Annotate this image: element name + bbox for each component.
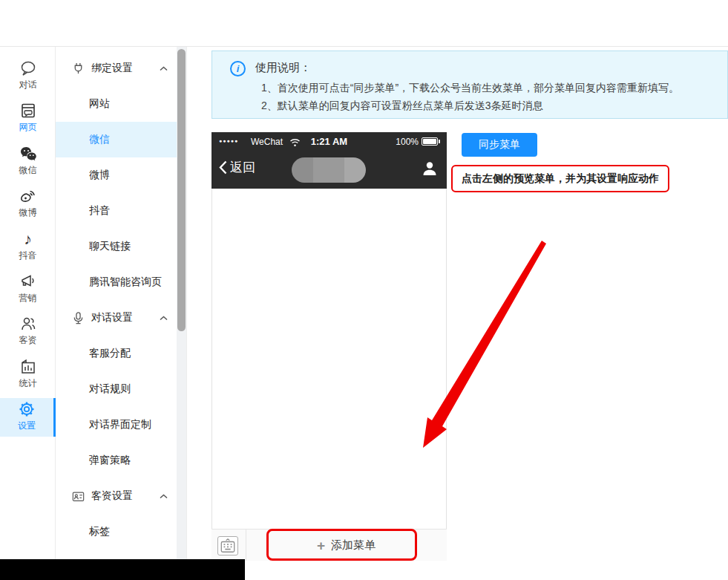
wechat-phone-preview: ●●●●● WeChat 1:21 AM 100% 返回 [211, 132, 447, 561]
sidebar-item-wechat[interactable]: 微信 [56, 122, 186, 157]
sidebar-item-popup-strategy[interactable]: 弹窗策略 [56, 443, 186, 478]
redaction-bar [0, 559, 245, 580]
settings-sidebar: 绑定设置 网站 微信 微博 抖音 聊天链接 腾讯智能咨询页 对话设置 客服分配 … [56, 47, 187, 580]
sidebar-scrollbar-thumb[interactable] [177, 49, 186, 331]
weibo-icon [0, 187, 56, 205]
battery-icon [422, 137, 438, 146]
plus-icon: + [317, 538, 325, 553]
megaphone-icon [0, 273, 56, 290]
sidebar-item-label: 腾讯智能咨询页 [89, 276, 162, 289]
info-icon: i [230, 61, 246, 76]
sidebar-group-label: 客资设置 [91, 489, 133, 503]
redacted-account-name [292, 157, 366, 183]
sidebar-item-tags[interactable]: 标签 [56, 514, 186, 550]
sidebar-item-label: 对话界面定制 [89, 418, 151, 431]
sync-menu-button[interactable]: 同步菜单 [462, 133, 537, 157]
microphone-icon [72, 310, 85, 325]
sidebar-item-label: 网站 [89, 97, 110, 111]
sidebar-item-label: 标签 [89, 525, 110, 538]
phone-header: ●●●●● WeChat 1:21 AM 100% 返回 [211, 132, 447, 189]
chat-bubble-icon [0, 59, 56, 77]
wechat-icon [0, 145, 56, 163]
add-menu-button[interactable]: + 添加菜单 [246, 530, 447, 561]
sidebar-item-label: 客服分配 [89, 347, 131, 360]
rail-item-wechat[interactable]: 微信 [0, 143, 56, 181]
phone-menu-bar: + 添加菜单 [211, 529, 447, 561]
chevron-up-icon [160, 494, 168, 499]
chevron-up-icon [160, 316, 168, 321]
tip-highlight-box: 点击左侧的预览菜单，并为其设置响应动作 [451, 165, 669, 192]
douyin-icon: ♪ [0, 230, 56, 248]
plug-icon [72, 61, 85, 76]
usage-notice: i 使用说明： 1、首次使用可点击“同步菜单”，下载公众号当前生效菜单，部分菜单… [211, 50, 728, 119]
person-icon [422, 160, 438, 180]
left-icon-rail: 对话 网页 微信 [0, 47, 56, 580]
sidebar-group-leads[interactable]: 客资设置 [56, 478, 186, 514]
sidebar-item-tencent-smart-page[interactable]: 腾讯智能咨询页 [56, 264, 186, 300]
rail-label: 微信 [0, 164, 56, 177]
rail-item-settings[interactable]: 设置 [0, 398, 56, 437]
sidebar-item-label: 聊天链接 [89, 240, 131, 253]
add-menu-label: 添加菜单 [331, 538, 376, 553]
rail-label: 对话 [0, 79, 56, 91]
rail-label: 设置 [0, 420, 53, 432]
rail-item-webpage[interactable]: 网页 [0, 100, 56, 138]
sidebar-item-label: 微信 [89, 133, 110, 146]
sidebar-item-chat-link[interactable]: 聊天链接 [56, 229, 186, 264]
rail-label: 网页 [0, 121, 56, 134]
sidebar-item-agent-assignment[interactable]: 客服分配 [56, 336, 186, 371]
back-label: 返回 [230, 159, 255, 176]
rail-item-chat[interactable]: 对话 [0, 57, 56, 96]
rail-item-marketing[interactable]: 营销 [0, 270, 56, 309]
notice-line: 1、首次使用可点击“同步菜单”，下载公众号当前生效菜单，部分菜单回复内容需重新填… [261, 82, 679, 95]
phone-chat-area [212, 189, 446, 481]
rail-label: 客资 [0, 334, 56, 347]
id-card-icon [72, 489, 85, 504]
phone-status-bar: ●●●●● WeChat 1:21 AM 100% [211, 132, 447, 151]
phone-nav-bar: 返回 [211, 151, 447, 189]
rail-item-weibo[interactable]: 微博 [0, 185, 56, 224]
sidebar-group-conversation[interactable]: 对话设置 [56, 300, 186, 336]
sidebar-item-label: 对话规则 [89, 382, 131, 396]
sidebar-group-label: 绑定设置 [91, 62, 133, 75]
sidebar-item-label: 弹窗策略 [89, 454, 131, 467]
sidebar-item-label: 微博 [89, 169, 110, 182]
sidebar-item-weibo[interactable]: 微博 [56, 157, 186, 193]
rail-item-leads[interactable]: 客资 [0, 313, 56, 351]
chevron-left-icon [219, 160, 227, 175]
sidebar-item-label: 抖音 [89, 204, 110, 218]
notice-title: 使用说明： [255, 61, 311, 75]
rail-label: 抖音 [0, 250, 56, 262]
back-button: 返回 [219, 159, 255, 176]
chevron-up-icon [160, 66, 168, 71]
webpage-icon [0, 102, 56, 120]
rail-label: 微博 [0, 206, 56, 219]
rail-item-stats[interactable]: 统计 [0, 356, 56, 394]
battery-percent: 100% [396, 137, 419, 147]
sidebar-item-chat-ui-custom[interactable]: 对话界面定制 [56, 407, 186, 443]
sidebar-group-binding[interactable]: 绑定设置 [56, 50, 186, 86]
keyboard-switch-icon[interactable] [217, 536, 238, 555]
rail-item-douyin[interactable]: ♪ 抖音 [0, 228, 56, 267]
rail-label: 营销 [0, 292, 56, 304]
bar-chart-icon [0, 358, 56, 376]
sidebar-item-website[interactable]: 网站 [56, 86, 186, 122]
gear-icon [0, 400, 53, 418]
sidebar-item-conversation-rules[interactable]: 对话规则 [56, 371, 186, 407]
rail-label: 统计 [0, 377, 56, 390]
top-header [0, 0, 728, 47]
sidebar-item-douyin[interactable]: 抖音 [56, 193, 186, 229]
notice-line: 2、默认菜单的回复内容可设置粉丝点菜单后发送3条延时消息 [261, 100, 543, 113]
sidebar-group-label: 对话设置 [91, 311, 133, 325]
customers-icon [0, 315, 56, 333]
